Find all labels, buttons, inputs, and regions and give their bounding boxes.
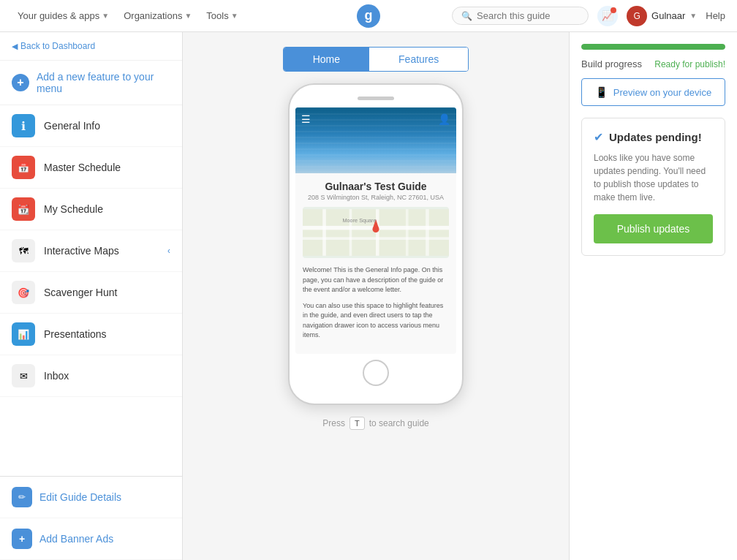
sidebar-item-label: My Schedule — [44, 203, 103, 215]
general-info-icon: ℹ — [12, 114, 35, 137]
add-feature-icon: + — [12, 74, 29, 91]
sidebar-item-label: Master Schedule — [44, 162, 121, 173]
sidebar-item-interactive-maps[interactable]: 🗺 Interactive Maps ‹ — [0, 230, 182, 272]
progress-bar-wrap — [581, 44, 725, 50]
tools-nav-link[interactable]: Tools ▼ — [200, 7, 243, 24]
updates-title: Updates pending! — [609, 131, 702, 143]
search-bar[interactable]: 🔍 — [452, 7, 589, 25]
press-label: Press — [322, 418, 345, 428]
logo: g — [357, 4, 380, 28]
sidebar-item-presentations[interactable]: 📊 Presentations — [0, 314, 182, 355]
edit-guide-details-button[interactable]: ✏ Edit Guide Details — [0, 477, 182, 518]
phone-home-button — [363, 360, 389, 386]
phone-welcome-text-1: Welcome! This is the General Info page. … — [303, 265, 449, 295]
sidebar-item-label: General Info — [44, 120, 100, 132]
svg-rect-4 — [349, 209, 352, 256]
build-ready-text: Ready for publish! — [654, 59, 725, 69]
tab-features-label: Features — [398, 53, 439, 65]
to-search-label: to search guide — [369, 418, 429, 428]
user-arrow-icon: ▼ — [689, 12, 697, 20]
phone-preview-icon: 📱 — [595, 86, 608, 98]
right-panel: Build progress Ready for publish! 📱 Prev… — [569, 32, 737, 560]
nav-left: Your guides & apps ▼ Organizations ▼ Too… — [12, 7, 244, 24]
orgs-label: Organizations — [124, 10, 182, 21]
back-label: Back to Dashboard — [20, 41, 95, 51]
sidebar-item-inbox[interactable]: ✉ Inbox — [0, 355, 182, 397]
svg-text:Moore Square: Moore Square — [343, 217, 377, 224]
phone-speaker — [358, 97, 394, 100]
phone-content: Gulnaar's Test Guide 208 S Wilmington St… — [295, 173, 456, 354]
sidebar: ◀ Back to Dashboard + Add a new feature … — [0, 32, 183, 560]
notifications-button[interactable]: 📈 — [597, 6, 618, 26]
add-feature-label: Add a new feature to your menu — [37, 71, 170, 94]
add-banner-icon: + — [12, 529, 32, 549]
sidebar-item-general-info[interactable]: ℹ General Info — [0, 105, 182, 147]
progress-bar-fill — [581, 44, 725, 50]
sidebar-item-label: Scavenger Hunt — [44, 287, 117, 298]
sidebar-bottom: ✏ Edit Guide Details + Add Banner Ads — [0, 476, 182, 560]
interactive-maps-icon: 🗺 — [12, 239, 35, 262]
build-progress-row: Build progress Ready for publish! — [581, 58, 725, 69]
phone-guide-address: 208 S Wilmington St, Raleigh, NC 27601, … — [303, 194, 449, 201]
sidebar-item-my-schedule[interactable]: 📆 My Schedule — [0, 189, 182, 230]
search-key-badge: T — [349, 417, 365, 430]
phone-mockup: ☰ 👤 Gulnaar's Test Guide 208 S Wilmingto… — [288, 83, 464, 405]
check-icon: ✔ — [594, 130, 603, 144]
phone-tabs: Home Features — [283, 47, 469, 72]
updates-header: ✔ Updates pending! — [594, 130, 713, 144]
publish-updates-button[interactable]: Publish updates — [594, 214, 713, 243]
back-to-dashboard-link[interactable]: ◀ Back to Dashboard — [0, 32, 182, 61]
phone-home-button-area — [295, 354, 456, 386]
master-schedule-icon: 📅 — [12, 156, 35, 179]
logo-icon: g — [357, 4, 380, 28]
sidebar-item-label: Inbox — [44, 370, 69, 382]
phone-menu-icon: ☰ — [301, 113, 311, 125]
orgs-arrow-icon: ▼ — [184, 12, 192, 20]
tools-label: Tools — [206, 10, 228, 21]
search-hint: Press T to search guide — [322, 417, 428, 430]
collapse-arrow-icon: ‹ — [167, 246, 170, 256]
tools-arrow-icon: ▼ — [231, 12, 238, 20]
guides-nav-link[interactable]: Your guides & apps ▼ — [12, 7, 115, 24]
nav-right: 🔍 📈 G Gulnaar ▼ Help — [452, 6, 725, 26]
phone-welcome-text-2: You can also use this space to highlight… — [303, 301, 449, 341]
phone-screen: ☰ 👤 Gulnaar's Test Guide 208 S Wilmingto… — [295, 107, 456, 354]
scavenger-hunt-icon: 🎯 — [12, 281, 35, 304]
edit-guide-icon: ✏ — [12, 487, 32, 507]
guides-arrow-icon: ▼ — [102, 12, 109, 20]
sidebar-item-label: Presentations — [44, 328, 107, 340]
user-name: Gulnaar — [651, 10, 685, 21]
presentations-icon: 📊 — [12, 322, 35, 346]
updates-card: ✔ Updates pending! Looks like you have s… — [581, 118, 725, 256]
map-svg: Moore Square — [303, 207, 449, 258]
svg-rect-5 — [376, 209, 379, 256]
sidebar-item-master-schedule[interactable]: 📅 Master Schedule — [0, 147, 182, 189]
search-input[interactable] — [477, 10, 579, 21]
help-link[interactable]: Help — [706, 10, 725, 21]
updates-description: Looks like you have some updates pending… — [594, 151, 713, 204]
preview-on-device-button[interactable]: 📱 Preview on your device — [581, 78, 725, 106]
phone-map: Moore Square — [303, 207, 449, 258]
add-feature-button[interactable]: + Add a new feature to your menu — [0, 61, 182, 105]
top-nav: Your guides & apps ▼ Organizations ▼ Too… — [0, 0, 737, 32]
back-arrow-icon: ◀ — [12, 42, 18, 51]
phone-header-image: ☰ 👤 — [295, 107, 456, 173]
inbox-icon: ✉ — [12, 364, 35, 387]
sidebar-item-scavenger-hunt[interactable]: 🎯 Scavenger Hunt — [0, 272, 182, 314]
svg-rect-3 — [322, 209, 326, 256]
avatar: G — [627, 6, 647, 26]
phone-user-icon: 👤 — [438, 113, 450, 125]
tab-features[interactable]: Features — [369, 48, 468, 71]
add-banner-label: Add Banner Ads — [39, 533, 113, 545]
publish-btn-label: Publish updates — [617, 223, 690, 235]
svg-rect-7 — [426, 209, 429, 256]
my-schedule-icon: 📆 — [12, 197, 35, 221]
preview-btn-label: Preview on your device — [613, 87, 711, 98]
tab-home[interactable]: Home — [284, 48, 369, 71]
waves-bg — [295, 107, 456, 173]
orgs-nav-link[interactable]: Organizations ▼ — [118, 7, 197, 24]
build-progress-label: Build progress — [581, 58, 642, 69]
add-banner-ads-button[interactable]: + Add Banner Ads — [0, 518, 182, 560]
tab-home-label: Home — [313, 53, 340, 65]
user-menu[interactable]: G Gulnaar ▼ — [627, 6, 697, 26]
